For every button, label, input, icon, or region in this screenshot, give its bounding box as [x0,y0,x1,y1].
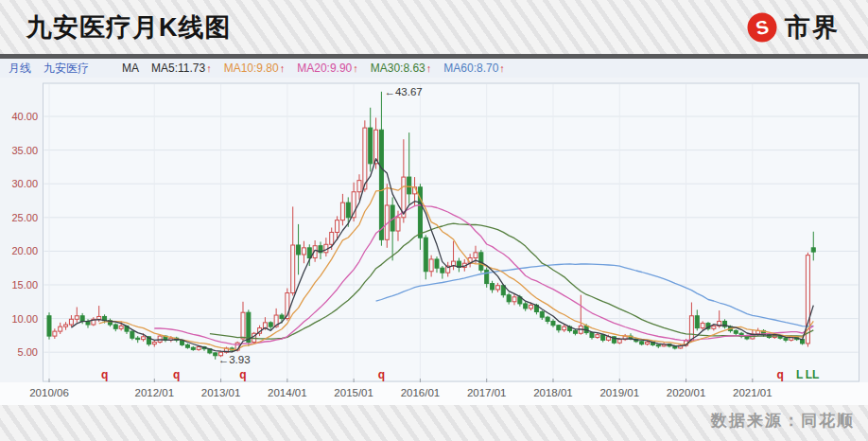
ma10-value: MA10:9.80 [224,62,279,75]
kline-chart: 5.0010.0015.0020.0025.0030.0035.0040.002… [0,78,868,405]
y-tick-label: 20.00 [11,245,38,256]
candle-body [280,315,284,319]
candle-body [551,321,555,325]
brand-logo: S 市界 [746,10,840,44]
candle-body [291,245,295,293]
ma5-legend[interactable]: MA5:11.73↑ [151,62,212,75]
candle-body [214,353,217,356]
x-tick-label: 2013/01 [201,387,241,398]
candle-body [197,347,200,350]
candle-body [80,316,84,322]
candle-body [346,203,350,218]
candle-body [563,326,566,330]
candle-body [53,331,57,336]
y-tick-label: 40.00 [11,111,38,122]
x-tick-label: 2016/01 [401,387,441,398]
candle-body [75,316,78,320]
candle-body [69,319,73,325]
candle-body [130,331,134,338]
candle-body [241,312,245,339]
up-arrow-icon: ↑ [426,62,432,74]
candle-body [424,238,427,272]
candle-body [379,130,383,239]
candle-body [119,326,123,328]
candle-body [97,316,101,319]
candle-body [47,316,51,336]
ma5-value: MA5:11.73 [151,62,205,75]
candle-body [689,316,693,341]
header: 九安医疗月K线图 S 市界 [0,0,868,54]
event-marker: q [239,368,246,381]
candle-body [185,344,189,347]
candle-body [369,128,373,164]
event-marker: q [776,368,783,381]
candle-body [396,218,400,231]
candle-body [441,268,444,273]
candle-body [546,317,549,321]
candle-body [113,325,117,328]
price-annotation: ←43.67 [384,86,422,97]
candle-body [136,338,140,339]
candle-body [712,326,716,328]
up-arrow-icon: ↑ [499,62,505,74]
candle-body [357,181,361,192]
ma60-legend[interactable]: MA60:8.70↑ [443,62,505,75]
candle-body [408,177,411,194]
page-title: 九安医疗月K线图 [26,10,232,44]
candle-body [59,326,62,331]
article-chart-image: 九安医疗月K线图 S 市界 月线 九安医疗 MA MA5:11.73↑ MA10… [0,0,868,441]
ma10-legend[interactable]: MA10:9.80↑ [224,62,286,75]
candle-body [601,335,605,341]
candle-body [158,336,162,342]
y-tick-label: 15.00 [11,279,38,291]
footer: 数据来源：同花顺 [0,405,868,441]
kline-toolbar: 月线 九安医疗 MA MA5:11.73↑ MA10:9.80↑ MA20:9.… [0,59,868,78]
brand-name: 市界 [785,10,840,44]
candle-body [330,232,334,244]
candle-body [590,333,594,338]
event-marker: LL [806,368,820,381]
shijie-logo-icon: S [746,11,778,44]
candle-body [485,270,489,283]
candle-body [617,340,621,344]
candle-body [297,245,301,255]
period-selector[interactable]: 月线 [9,61,31,77]
event-marker: q [173,368,180,381]
x-tick-label: 2020/01 [667,387,706,398]
data-source-text: 数据来源：同花顺 [711,410,855,432]
candle-body [695,316,699,328]
candle-body [734,330,738,333]
candle-body [811,248,815,252]
candle-body [474,253,477,258]
candle-body [142,337,146,340]
x-tick-label: 2017/01 [467,387,507,398]
ma30-legend[interactable]: MA30:8.63↑ [371,62,432,75]
candle-body [269,323,272,326]
y-tick-label: 25.00 [11,212,38,223]
x-tick-label: 2021/01 [733,387,773,398]
event-marker: q [378,368,385,381]
candle-body [524,304,528,309]
x-tick-label: 2019/01 [599,387,639,398]
stock-name[interactable]: 九安医疗 [43,61,89,77]
ma20-legend[interactable]: MA20:9.90↑ [297,62,358,75]
candle-body [336,220,339,233]
candle-body [495,286,499,290]
up-arrow-icon: ↑ [280,62,286,74]
y-tick-label: 5.00 [18,346,38,358]
candle-body [64,325,68,326]
ma20-value: MA20:9.90 [297,62,352,75]
ma-group-label[interactable]: MA [122,62,139,75]
y-tick-label: 35.00 [11,145,38,156]
ma30-value: MA30:8.63 [371,62,425,75]
price-annotation: ←3.93 [218,354,251,365]
candle-body [573,330,577,333]
x-tick-label: 2018/01 [533,387,573,398]
candle-body [191,347,195,349]
candle-body [152,343,156,344]
chart-area: 5.0010.0015.0020.0025.0030.0035.0040.002… [0,78,868,405]
event-marker: q [101,368,108,381]
y-tick-label: 10.00 [11,313,38,325]
event-marker: L [796,368,803,381]
candle-body [363,128,367,189]
